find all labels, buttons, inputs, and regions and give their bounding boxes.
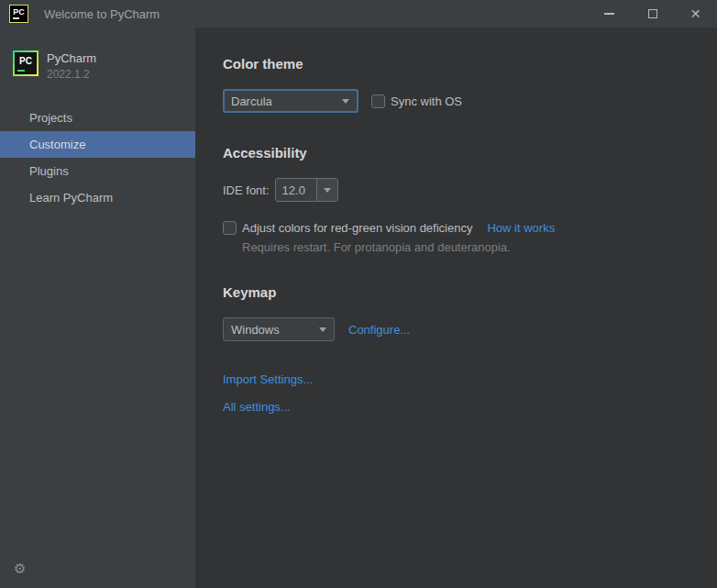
color-theme-row: Darcula Sync with OS bbox=[223, 89, 717, 113]
sync-with-os-checkbox[interactable] bbox=[371, 94, 385, 108]
adjust-colors-checkbox[interactable] bbox=[223, 221, 237, 235]
ide-font-row: IDE font: 12.0 bbox=[223, 178, 717, 202]
sync-with-os-label: Sync with OS bbox=[391, 94, 462, 108]
product-version: 2022.1.2 bbox=[47, 68, 96, 81]
sidebar-item-label: Plugins bbox=[29, 164, 69, 178]
close-button[interactable]: ✕ bbox=[674, 0, 717, 28]
sidebar-item-label: Learn PyCharm bbox=[29, 191, 113, 205]
sidebar-item-label: Projects bbox=[29, 111, 72, 125]
keymap-select[interactable]: Windows bbox=[223, 317, 335, 341]
window-controls: ✕ bbox=[588, 0, 717, 28]
adjust-colors-label: Adjust colors for red-green vision defic… bbox=[242, 221, 472, 235]
keymap-heading: Keymap bbox=[223, 284, 717, 301]
sidebar: PC PyCharm 2022.1.2 Projects Customize P… bbox=[0, 28, 195, 588]
pycharm-mini-logo-icon: PC bbox=[9, 5, 28, 23]
colorblind-row: Adjust colors for red-green vision defic… bbox=[223, 220, 717, 235]
maximize-button[interactable] bbox=[631, 0, 674, 28]
keymap-row: Windows Configure... bbox=[223, 317, 717, 341]
chevron-down-icon bbox=[319, 327, 326, 332]
chevron-down-icon bbox=[324, 188, 331, 193]
theme-select[interactable]: Darcula bbox=[223, 89, 358, 113]
color-theme-heading: Color theme bbox=[223, 56, 717, 72]
customize-panel: Color theme Darcula Sync with OS Accessi… bbox=[195, 28, 717, 588]
keymap-select-value: Windows bbox=[231, 323, 280, 337]
ide-font-label: IDE font: bbox=[223, 183, 270, 197]
accessibility-heading: Accessibility bbox=[223, 145, 717, 161]
gear-icon[interactable]: ⚙ bbox=[14, 560, 26, 577]
ide-font-combobox[interactable]: 12.0 bbox=[275, 178, 338, 202]
branding-block: PC PyCharm 2022.1.2 bbox=[0, 28, 195, 81]
mini-logo-initials: PC bbox=[13, 8, 25, 17]
theme-select-value: Darcula bbox=[231, 94, 272, 108]
product-name: PyCharm bbox=[47, 51, 96, 65]
ide-font-dropdown-button[interactable] bbox=[316, 179, 337, 201]
chevron-down-icon bbox=[342, 99, 349, 104]
maximize-icon bbox=[648, 9, 657, 18]
sidebar-menu: Projects Customize Plugins Learn PyCharm bbox=[0, 105, 195, 211]
configure-keymap-link[interactable]: Configure... bbox=[348, 323, 410, 337]
sidebar-item-learn-pycharm[interactable]: Learn PyCharm bbox=[0, 184, 195, 211]
title-bar: PC Welcome to PyCharm ✕ bbox=[0, 0, 717, 28]
close-icon: ✕ bbox=[690, 7, 701, 20]
pycharm-logo-icon: PC bbox=[13, 50, 39, 76]
sidebar-item-customize[interactable]: Customize bbox=[0, 131, 195, 158]
requires-restart-note: Requires restart. For protanopia and deu… bbox=[242, 240, 717, 254]
window-title: Welcome to PyCharm bbox=[44, 7, 160, 21]
logo-initials: PC bbox=[19, 57, 32, 66]
pycharm-welcome-window: PC Welcome to PyCharm ✕ PC bbox=[0, 0, 717, 588]
minimize-icon bbox=[604, 13, 614, 15]
logo-underscore bbox=[17, 70, 25, 72]
how-it-works-link[interactable]: How it works bbox=[487, 221, 555, 235]
sidebar-item-projects[interactable]: Projects bbox=[0, 105, 195, 131]
all-settings-link[interactable]: All settings... bbox=[223, 400, 291, 414]
sidebar-item-plugins[interactable]: Plugins bbox=[0, 158, 195, 184]
import-settings-link[interactable]: Import Settings... bbox=[223, 372, 313, 386]
sidebar-item-label: Customize bbox=[29, 138, 85, 151]
minimize-button[interactable] bbox=[588, 0, 631, 28]
mini-logo-underscore bbox=[13, 17, 19, 19]
ide-font-value[interactable]: 12.0 bbox=[276, 179, 316, 201]
